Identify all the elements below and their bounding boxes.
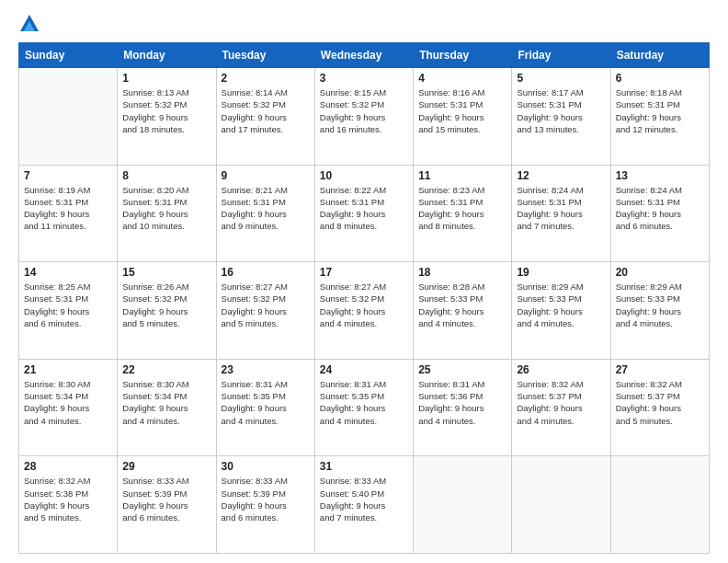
day-number: 24 <box>320 363 408 376</box>
day-number: 13 <box>616 169 704 182</box>
calendar-cell: 14Sunrise: 8:25 AMSunset: 5:31 PMDayligh… <box>19 262 118 360</box>
calendar-cell <box>512 456 610 554</box>
calendar-cell: 20Sunrise: 8:29 AMSunset: 5:33 PMDayligh… <box>610 262 709 360</box>
day-info: Sunrise: 8:29 AMSunset: 5:33 PMDaylight:… <box>616 281 704 329</box>
day-number: 31 <box>320 460 408 473</box>
day-info: Sunrise: 8:16 AMSunset: 5:31 PMDaylight:… <box>418 86 506 135</box>
day-info: Sunrise: 8:29 AMSunset: 5:33 PMDaylight:… <box>517 281 605 329</box>
day-number: 4 <box>418 72 506 85</box>
day-info: Sunrise: 8:33 AMSunset: 5:39 PMDaylight:… <box>222 475 310 523</box>
day-info: Sunrise: 8:24 AMSunset: 5:31 PMDaylight:… <box>517 184 605 233</box>
calendar-header-row: SundayMondayTuesdayWednesdayThursdayFrid… <box>19 43 710 68</box>
day-info: Sunrise: 8:28 AMSunset: 5:33 PMDaylight:… <box>418 281 506 329</box>
day-number: 1 <box>122 72 210 85</box>
calendar-table: SundayMondayTuesdayWednesdayThursdayFrid… <box>18 42 710 554</box>
calendar-cell: 19Sunrise: 8:29 AMSunset: 5:33 PMDayligh… <box>512 262 610 360</box>
calendar-cell <box>19 68 118 166</box>
calendar-cell: 4Sunrise: 8:16 AMSunset: 5:31 PMDaylight… <box>414 68 512 166</box>
day-number: 5 <box>517 72 605 85</box>
calendar-cell: 13Sunrise: 8:24 AMSunset: 5:31 PMDayligh… <box>610 165 709 262</box>
weekday-header: Sunday <box>19 43 118 68</box>
calendar-cell: 15Sunrise: 8:26 AMSunset: 5:32 PMDayligh… <box>118 262 216 360</box>
weekday-header: Saturday <box>610 43 709 68</box>
day-number: 27 <box>616 363 704 376</box>
day-number: 26 <box>517 363 605 376</box>
day-info: Sunrise: 8:31 AMSunset: 5:36 PMDaylight:… <box>418 378 506 427</box>
day-info: Sunrise: 8:27 AMSunset: 5:32 PMDaylight:… <box>320 281 408 329</box>
day-info: Sunrise: 8:22 AMSunset: 5:31 PMDaylight:… <box>320 184 408 233</box>
day-number: 18 <box>418 266 506 279</box>
day-info: Sunrise: 8:32 AMSunset: 5:38 PMDaylight:… <box>24 475 112 523</box>
day-number: 10 <box>320 169 408 182</box>
day-info: Sunrise: 8:24 AMSunset: 5:31 PMDaylight:… <box>616 184 704 233</box>
day-info: Sunrise: 8:26 AMSunset: 5:32 PMDaylight:… <box>122 281 210 329</box>
calendar-cell: 26Sunrise: 8:32 AMSunset: 5:37 PMDayligh… <box>512 359 610 456</box>
day-info: Sunrise: 8:30 AMSunset: 5:34 PMDaylight:… <box>24 378 112 427</box>
calendar-week-row: 14Sunrise: 8:25 AMSunset: 5:31 PMDayligh… <box>19 262 710 360</box>
day-info: Sunrise: 8:31 AMSunset: 5:35 PMDaylight:… <box>222 378 310 427</box>
day-number: 23 <box>222 363 310 376</box>
day-info: Sunrise: 8:17 AMSunset: 5:31 PMDaylight:… <box>517 86 605 135</box>
day-number: 2 <box>222 72 310 85</box>
day-number: 21 <box>24 363 112 376</box>
calendar-cell: 5Sunrise: 8:17 AMSunset: 5:31 PMDaylight… <box>512 68 610 166</box>
calendar-cell: 8Sunrise: 8:20 AMSunset: 5:31 PMDaylight… <box>118 165 216 262</box>
calendar-cell: 31Sunrise: 8:33 AMSunset: 5:40 PMDayligh… <box>314 456 413 554</box>
day-number: 16 <box>222 266 310 279</box>
calendar-cell: 22Sunrise: 8:30 AMSunset: 5:34 PMDayligh… <box>118 359 216 456</box>
calendar-week-row: 21Sunrise: 8:30 AMSunset: 5:34 PMDayligh… <box>19 359 710 456</box>
day-info: Sunrise: 8:32 AMSunset: 5:37 PMDaylight:… <box>517 378 605 427</box>
calendar-cell: 9Sunrise: 8:21 AMSunset: 5:31 PMDaylight… <box>216 165 314 262</box>
calendar-cell: 27Sunrise: 8:32 AMSunset: 5:37 PMDayligh… <box>610 359 709 456</box>
day-number: 11 <box>418 169 506 182</box>
day-info: Sunrise: 8:33 AMSunset: 5:40 PMDaylight:… <box>320 475 408 523</box>
day-number: 7 <box>24 169 112 182</box>
logo-icon <box>20 15 39 31</box>
day-info: Sunrise: 8:31 AMSunset: 5:35 PMDaylight:… <box>320 378 408 427</box>
day-info: Sunrise: 8:30 AMSunset: 5:34 PMDaylight:… <box>122 378 210 427</box>
day-info: Sunrise: 8:27 AMSunset: 5:32 PMDaylight:… <box>222 281 310 329</box>
day-number: 17 <box>320 266 408 279</box>
day-number: 15 <box>122 266 210 279</box>
day-info: Sunrise: 8:20 AMSunset: 5:31 PMDaylight:… <box>122 184 210 233</box>
calendar-cell <box>414 456 512 554</box>
day-info: Sunrise: 8:15 AMSunset: 5:32 PMDaylight:… <box>320 86 408 135</box>
weekday-header: Tuesday <box>216 43 314 68</box>
day-info: Sunrise: 8:32 AMSunset: 5:37 PMDaylight:… <box>616 378 704 427</box>
calendar-week-row: 1Sunrise: 8:13 AMSunset: 5:32 PMDaylight… <box>19 68 710 166</box>
calendar-cell: 29Sunrise: 8:33 AMSunset: 5:39 PMDayligh… <box>118 456 216 554</box>
calendar-cell: 2Sunrise: 8:14 AMSunset: 5:32 PMDaylight… <box>216 68 314 166</box>
day-number: 30 <box>222 460 310 473</box>
day-number: 14 <box>24 266 112 279</box>
day-info: Sunrise: 8:14 AMSunset: 5:32 PMDaylight:… <box>222 86 310 135</box>
day-number: 28 <box>24 460 112 473</box>
calendar-cell: 3Sunrise: 8:15 AMSunset: 5:32 PMDaylight… <box>314 68 413 166</box>
day-info: Sunrise: 8:33 AMSunset: 5:39 PMDaylight:… <box>122 475 210 523</box>
day-info: Sunrise: 8:23 AMSunset: 5:31 PMDaylight:… <box>418 184 506 233</box>
day-number: 12 <box>517 169 605 182</box>
calendar-cell: 10Sunrise: 8:22 AMSunset: 5:31 PMDayligh… <box>314 165 413 262</box>
day-number: 22 <box>122 363 210 376</box>
weekday-header: Monday <box>118 43 216 68</box>
weekday-header: Wednesday <box>314 43 413 68</box>
day-info: Sunrise: 8:25 AMSunset: 5:31 PMDaylight:… <box>24 281 112 329</box>
calendar-cell: 28Sunrise: 8:32 AMSunset: 5:38 PMDayligh… <box>19 456 118 554</box>
day-number: 25 <box>418 363 506 376</box>
calendar-week-row: 7Sunrise: 8:19 AMSunset: 5:31 PMDaylight… <box>19 165 710 262</box>
calendar-cell: 6Sunrise: 8:18 AMSunset: 5:31 PMDaylight… <box>610 68 709 166</box>
calendar-cell: 30Sunrise: 8:33 AMSunset: 5:39 PMDayligh… <box>216 456 314 554</box>
day-info: Sunrise: 8:19 AMSunset: 5:31 PMDaylight:… <box>24 184 112 233</box>
weekday-header: Thursday <box>414 43 512 68</box>
page: SundayMondayTuesdayWednesdayThursdayFrid… <box>0 0 728 563</box>
calendar-cell <box>610 456 709 554</box>
calendar-cell: 23Sunrise: 8:31 AMSunset: 5:35 PMDayligh… <box>216 359 314 456</box>
calendar-cell: 18Sunrise: 8:28 AMSunset: 5:33 PMDayligh… <box>414 262 512 360</box>
day-info: Sunrise: 8:21 AMSunset: 5:31 PMDaylight:… <box>222 184 310 233</box>
day-info: Sunrise: 8:18 AMSunset: 5:31 PMDaylight:… <box>616 86 704 135</box>
calendar-cell: 16Sunrise: 8:27 AMSunset: 5:32 PMDayligh… <box>216 262 314 360</box>
day-info: Sunrise: 8:13 AMSunset: 5:32 PMDaylight:… <box>122 86 210 135</box>
day-number: 29 <box>122 460 210 473</box>
calendar-cell: 25Sunrise: 8:31 AMSunset: 5:36 PMDayligh… <box>414 359 512 456</box>
header <box>18 17 710 33</box>
day-number: 8 <box>122 169 210 182</box>
